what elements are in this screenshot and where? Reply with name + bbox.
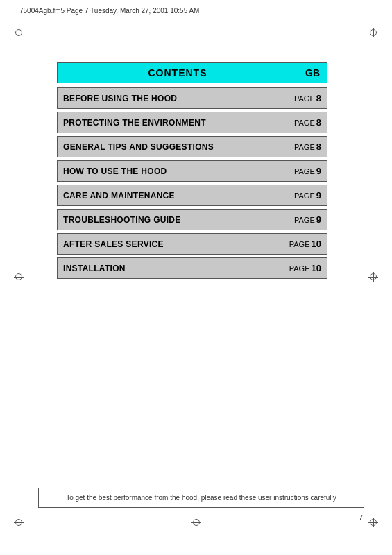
toc-row-label: INSTALLATION [58,258,284,278]
main-content: CONTENTS GB BEFORE USING THE HOODPAGE 8P… [57,62,327,282]
toc-page-num: 8 [316,117,321,128]
cross-mark-bot-right [367,516,380,529]
cross-mark-mid-right [367,271,380,283]
toc-row-page: PAGE 10 [284,258,327,278]
page-number: 7 [359,513,363,522]
toc-page-num: 8 [316,142,321,152]
toc-page-num: 9 [316,166,321,176]
toc-page-num: 9 [316,190,321,200]
toc-row-label: AFTER SALES SERVICE [58,234,284,254]
toc-page-word: PAGE [294,119,315,127]
toc-row-page: PAGE 10 [284,234,327,254]
contents-gb-label: GB [298,62,327,83]
toc-row: INSTALLATIONPAGE 10 [57,257,327,279]
cross-mark-bot-left [12,516,25,529]
contents-header: CONTENTS GB [57,62,327,83]
toc-row-label: CARE AND MAINTENANCE [58,185,289,205]
cross-mark-bot-center [190,516,203,529]
toc-page-num: 8 [316,93,321,103]
toc-page-word: PAGE [294,167,315,176]
toc-row-label: TROUBLESHOOTING GUIDE [58,210,289,230]
toc-page-num: 10 [312,263,321,273]
toc-row: BEFORE USING THE HOODPAGE 8 [57,87,327,109]
toc-page-word: PAGE [294,191,315,200]
toc-row-page: PAGE 8 [289,112,327,133]
notice-box: To get the best performance from the hoo… [38,488,364,508]
toc-page-word: PAGE [294,94,315,103]
toc-row-page: PAGE 8 [289,88,327,108]
cross-mark-top-right [367,26,380,39]
contents-title: CONTENTS [57,62,298,83]
toc-row: PROTECTING THE ENVIRONMENTPAGE 8 [57,112,327,133]
toc-page-num: 10 [312,239,321,249]
toc-row: AFTER SALES SERVICEPAGE 10 [57,233,327,255]
toc-row: GENERAL TIPS AND SUGGESTIONSPAGE 8 [57,136,327,157]
toc-row-page: PAGE 9 [289,161,327,181]
cross-mark-top-left [12,26,25,39]
toc-page-word: PAGE [289,264,310,273]
toc-rows-container: BEFORE USING THE HOODPAGE 8PROTECTING TH… [57,87,327,279]
toc-row-page: PAGE 8 [289,137,327,157]
header-bar: 75004Agb.fm5 Page 7 Tuesday, March 27, 2… [0,7,392,15]
toc-page-num: 9 [316,214,321,225]
header-file-info: 75004Agb.fm5 Page 7 Tuesday, March 27, 2… [19,7,199,15]
toc-row: CARE AND MAINTENANCEPAGE 9 [57,185,327,206]
toc-row-page: PAGE 9 [289,210,327,230]
toc-row-label: HOW TO USE THE HOOD [58,161,289,181]
toc-page-word: PAGE [289,240,310,248]
toc-page-word: PAGE [294,143,315,151]
toc-row-label: BEFORE USING THE HOOD [58,88,289,108]
toc-row: HOW TO USE THE HOODPAGE 9 [57,160,327,182]
page-container: 75004Agb.fm5 Page 7 Tuesday, March 27, 2… [0,0,392,555]
toc-row-label: PROTECTING THE ENVIRONMENT [58,112,289,133]
toc-row-label: GENERAL TIPS AND SUGGESTIONS [58,137,289,157]
toc-row-page: PAGE 9 [289,185,327,205]
cross-mark-mid-left [12,271,25,283]
toc-page-word: PAGE [294,216,315,224]
toc-row: TROUBLESHOOTING GUIDEPAGE 9 [57,209,327,230]
notice-text: To get the best performance from the hoo… [66,494,336,502]
